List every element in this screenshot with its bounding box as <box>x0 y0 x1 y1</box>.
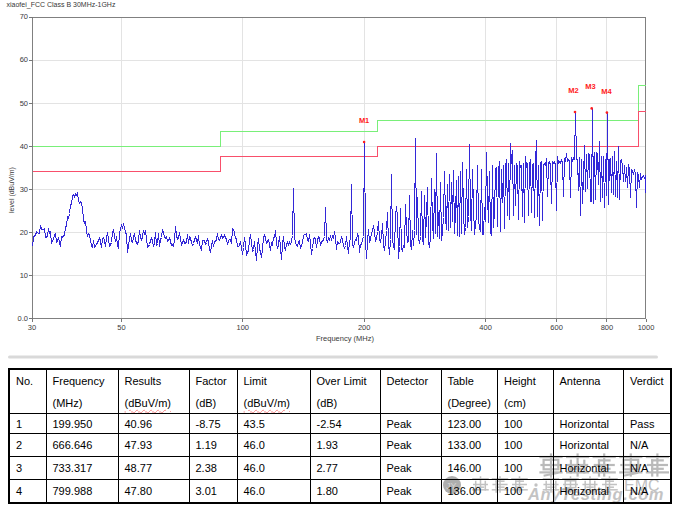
svg-text:Frequency (MHz): Frequency (MHz) <box>316 334 374 343</box>
svg-text:M4: M4 <box>601 87 612 96</box>
svg-text:M3: M3 <box>585 82 595 91</box>
svg-text:200: 200 <box>358 323 371 332</box>
svg-text:60: 60 <box>20 55 28 64</box>
svg-text:600: 600 <box>550 323 563 332</box>
svg-text:100: 100 <box>237 323 250 332</box>
svg-text:30: 30 <box>28 323 36 332</box>
svg-text:50: 50 <box>117 323 125 332</box>
svg-text:M1: M1 <box>359 116 369 125</box>
svg-text:1000: 1000 <box>638 323 655 332</box>
svg-text:20: 20 <box>20 228 28 237</box>
svg-text:800: 800 <box>601 323 614 332</box>
svg-text:70: 70 <box>20 12 28 21</box>
svg-text:400: 400 <box>479 323 492 332</box>
svg-text:M2: M2 <box>568 86 578 95</box>
svg-text:level (dBuV/m): level (dBuV/m) <box>8 167 16 213</box>
svg-text:0.0: 0.0 <box>18 314 28 323</box>
svg-text:50: 50 <box>20 99 28 108</box>
svg-text:10: 10 <box>20 271 28 280</box>
svg-text:40: 40 <box>20 142 28 151</box>
svg-text:30: 30 <box>20 185 28 194</box>
svg-text:xiaofei_FCC Class B 30MHz-1GHz: xiaofei_FCC Class B 30MHz-1GHz <box>7 1 116 9</box>
